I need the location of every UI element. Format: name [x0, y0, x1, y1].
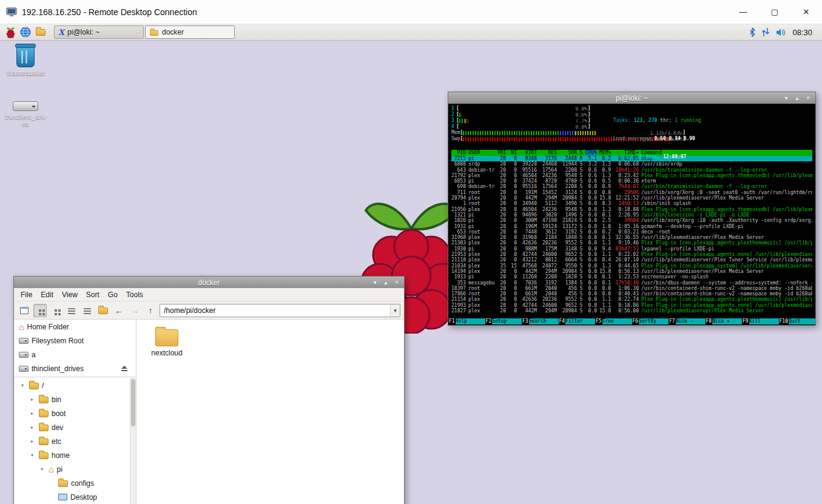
- htop-row[interactable]: 698debian-tr20095516175642208S0.00.97h44…: [451, 184, 812, 189]
- browser-globe-icon[interactable]: [19, 25, 32, 39]
- expander-icon[interactable]: ▸: [29, 425, 36, 430]
- expander-icon[interactable]: ▾: [19, 383, 26, 388]
- menu-view[interactable]: View: [58, 289, 82, 300]
- terminal-titlebar[interactable]: pi@loki: ~ ▾ ▴ ×: [448, 92, 815, 104]
- file-list-pane[interactable]: nextcloud: [136, 320, 404, 504]
- htop-row[interactable]: 20794plex200442M294M20984S0.015.812:21:5…: [451, 195, 812, 201]
- window-close-icon[interactable]: ×: [392, 278, 402, 287]
- htop-row[interactable]: 711root200191M154523124S0.00.829h06/usr/…: [451, 190, 812, 195]
- place-filesystem-root[interactable]: Filesystem Root: [14, 334, 136, 348]
- rdp-titlebar[interactable]: 192.168.16.250 - Remote Desktop Connecti…: [0, 0, 822, 24]
- htop-row[interactable]: 1933pi2001126822081828S0.00.11:23.53xscr…: [451, 274, 812, 280]
- htop-row[interactable]: 1root2003494051123496S0.00.314h0:13/sbin…: [451, 201, 812, 206]
- new-tab-button[interactable]: [18, 304, 31, 317]
- expander-icon[interactable]: ▾: [29, 452, 36, 458]
- place-home-folder[interactable]: ⌂Home Folder: [14, 320, 136, 334]
- expander-icon[interactable]: ▸: [29, 438, 36, 444]
- window-maximize-icon[interactable]: ▴: [381, 278, 391, 287]
- htop-fkey-nice-[interactable]: F7Nice -: [669, 318, 706, 324]
- htop-fkey-sortby[interactable]: F6SortBy: [632, 318, 669, 324]
- window-minimize-icon[interactable]: ▾: [781, 93, 791, 102]
- file-manager-icon[interactable]: [34, 25, 47, 39]
- taskbar-task-button[interactable]: Xpi@loki: ~: [54, 25, 144, 39]
- htop-row[interactable]: 31968plex2003196821841848S0.00.132:36.55…: [451, 235, 812, 240]
- htop-fkey-tree[interactable]: F5Tree: [595, 318, 632, 324]
- htop-row[interactable]: 353messagebu200703631921384S0.00.117h50:…: [451, 280, 812, 286]
- menu-file[interactable]: File: [16, 289, 36, 300]
- clock[interactable]: 08:30: [792, 28, 812, 37]
- tree-item-desktop[interactable]: Desktop: [14, 490, 136, 504]
- htop-row[interactable]: 18397root200661M2040456S0.00.01:06.30/us…: [451, 286, 812, 291]
- close-button[interactable]: ✕: [790, 0, 822, 24]
- tree-item-home[interactable]: ▾home: [14, 448, 136, 462]
- path-input[interactable]: [160, 304, 390, 317]
- htop-fkey-search[interactable]: F3Search: [522, 318, 559, 324]
- home-button[interactable]: [96, 304, 110, 317]
- menu-tools[interactable]: Tools: [122, 289, 147, 300]
- htop-row[interactable]: 21827plex200442M294M20984S0.015.80:56.00…: [451, 308, 812, 314]
- detailed-view-button[interactable]: [81, 304, 94, 317]
- network-updown-icon[interactable]: [761, 27, 770, 37]
- path-dropdown-button[interactable]: ▾: [390, 304, 400, 317]
- htop-row[interactable]: 14194plex200442M294M20984S0.015.80:56.13…: [451, 269, 812, 274]
- up-button[interactable]: ↑: [144, 304, 157, 317]
- htop-row[interactable]: 21118plex2004321280126664S0.00.426:07.10…: [451, 257, 812, 263]
- volume-icon[interactable]: [776, 28, 786, 37]
- desktop-icon-trash[interactable]: Wastebasket: [4, 45, 47, 76]
- menu-raspberry-icon[interactable]: [4, 25, 17, 39]
- htop-row[interactable]: 21034plex351547568248729550S0.01.38:44.6…: [451, 263, 812, 269]
- file-manager-titlebar[interactable]: docker ▾ ▴ ×: [14, 277, 404, 288]
- expander-icon[interactable]: ▸: [29, 397, 36, 402]
- scrollbar[interactable]: [130, 378, 136, 504]
- htop-fkey-help[interactable]: F1Help: [448, 318, 485, 324]
- bluetooth-icon[interactable]: [749, 27, 755, 37]
- tree-item-configs[interactable]: configs: [14, 476, 136, 490]
- expander-icon[interactable]: ▸: [29, 411, 36, 416]
- taskbar-task-button[interactable]: docker: [145, 25, 235, 39]
- forward-button[interactable]: →: [128, 304, 141, 317]
- place-thinclient-drives[interactable]: thinclient_drives: [14, 361, 136, 375]
- htop-fkey-kill[interactable]: F9Kill: [742, 318, 779, 324]
- place-a[interactable]: a: [14, 348, 136, 361]
- tree-item-dev[interactable]: ▸dev: [14, 420, 136, 434]
- htop-row[interactable]: 21303plex20042636202369552S0.01.19:19.46…: [451, 240, 812, 246]
- window-close-icon[interactable]: ×: [803, 93, 813, 102]
- tree-item--[interactable]: ▾/: [14, 378, 136, 392]
- compact-view-button[interactable]: [65, 304, 78, 317]
- window-maximize-icon[interactable]: ▴: [792, 93, 802, 102]
- htop-row[interactable]: 17866root200661M2040456S0.00.00:40.43/us…: [451, 291, 812, 297]
- eject-icon[interactable]: [121, 366, 127, 371]
- window-minimize-icon[interactable]: ▾: [370, 278, 380, 287]
- htop-fkey-nice-[interactable]: F8Nice +: [706, 318, 743, 324]
- htop-fkey-setup[interactable]: F2Setup: [485, 318, 522, 324]
- minimize-button[interactable]: —: [727, 0, 759, 24]
- htop-row[interactable]: 21154plex20042636202369552S0.01.18:22.74…: [451, 297, 812, 302]
- htop-row[interactable]: 21993plex20042744246009652S0.01.18:18.86…: [451, 303, 812, 308]
- maximize-button[interactable]: ▢: [759, 0, 790, 24]
- htop-row[interactable]: 21953plex20042744246009652S0.01.18:22.02…: [451, 252, 812, 257]
- scrollbar-thumb[interactable]: [131, 379, 135, 426]
- tree-item-bin[interactable]: ▸bin: [14, 392, 136, 406]
- thumbnail-view-button[interactable]: [49, 304, 62, 317]
- desktop-icon-drive[interactable]: thinclient_drives: [4, 94, 47, 127]
- tree-item-pi[interactable]: ▾⌂pi: [14, 462, 136, 476]
- htop-row[interactable]: 1932pi200196M1912413172S0.01.01:05.16pcm…: [451, 224, 812, 229]
- htop-row[interactable]: 21956plex20046504242369548S0.01.38:18.88…: [451, 207, 812, 212]
- tree-item-etc[interactable]: ▸etc: [14, 434, 136, 448]
- htop-row[interactable]: 653root200744836123192S0.00.20:03.21deco…: [451, 229, 812, 235]
- expander-icon[interactable]: ▾: [38, 466, 45, 472]
- htop-row[interactable]: 1826pi200300M4719821824S0.02.539h04/usr/…: [451, 218, 812, 223]
- file-nextcloud[interactable]: nextcloud: [145, 329, 189, 357]
- menu-sort[interactable]: Sort: [82, 289, 104, 300]
- htop-row[interactable]: 1321pi2009489630201496S0.00.12:20.95/usr…: [451, 212, 812, 218]
- htop-row[interactable]: 6853pi2003742487204780S0.60.50:00.36xter…: [451, 178, 812, 184]
- menu-go[interactable]: Go: [104, 289, 122, 300]
- htop-row[interactable]: 1930pi200988M175M3148S0.09.483h47:51lxpa…: [451, 246, 812, 252]
- htop-fkey-quit[interactable]: F10Quit: [779, 318, 816, 324]
- htop-row[interactable]: 21792plex20046504242369548S0.61.38:23.42…: [451, 173, 812, 178]
- icon-view-button[interactable]: [33, 304, 47, 317]
- menu-edit[interactable]: Edit: [36, 289, 58, 300]
- htop-fkey-filter[interactable]: F4Filter: [559, 318, 596, 324]
- tree-item-boot[interactable]: ▸boot: [14, 406, 136, 420]
- back-button[interactable]: ←: [112, 304, 126, 317]
